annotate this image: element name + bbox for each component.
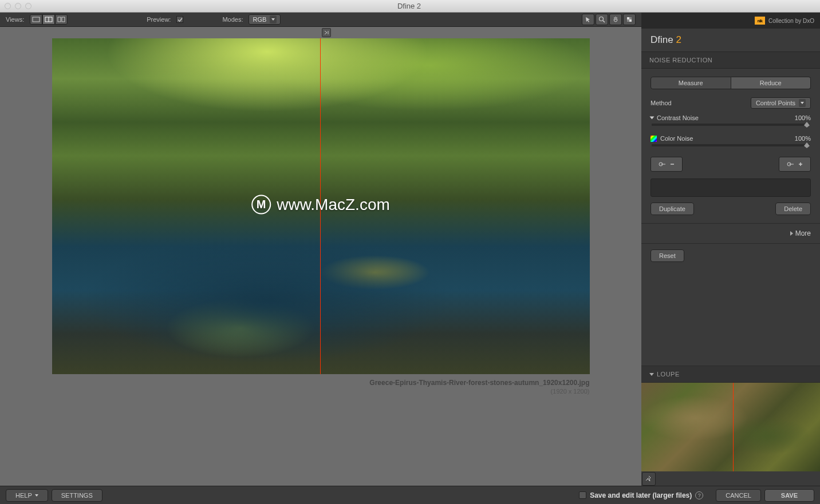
remove-control-point-button[interactable] bbox=[651, 157, 683, 172]
window-title: Dfine 2 bbox=[31, 2, 787, 10]
side-panel: nik Collection by DxO Dfine 2 NOISE REDU… bbox=[641, 13, 820, 486]
title-bar: Dfine 2 bbox=[0, 0, 820, 13]
duplicate-button[interactable]: Duplicate bbox=[651, 203, 694, 215]
traffic-lights bbox=[5, 3, 31, 9]
zoom-tool-button[interactable] bbox=[596, 14, 608, 25]
brand-text: Collection by DxO bbox=[768, 18, 814, 24]
dimensions-label: (1920 x 1200) bbox=[52, 388, 590, 395]
noise-reduction-header: NOISE REDUCTION bbox=[641, 51, 820, 69]
modes-dropdown[interactable]: RGB bbox=[249, 14, 281, 25]
watermark: M www.MacZ.com bbox=[251, 195, 390, 214]
chevron-down-icon bbox=[35, 494, 38, 497]
add-control-point-button[interactable] bbox=[779, 157, 811, 172]
svg-line-6 bbox=[603, 21, 605, 22]
save-button[interactable]: SAVE bbox=[764, 489, 814, 502]
svg-rect-8 bbox=[627, 17, 629, 19]
tab-measure[interactable]: Measure bbox=[651, 77, 731, 89]
watermark-logo-icon: M bbox=[251, 195, 271, 214]
contrast-noise-slider: Contrast Noise 100% bbox=[651, 114, 811, 126]
filename-label: Greece-Epirus-Thyamis-River-forest-stone… bbox=[52, 379, 590, 387]
save-later-checkbox[interactable] bbox=[579, 491, 586, 499]
chevron-right-icon bbox=[790, 231, 793, 236]
reset-button[interactable]: Reset bbox=[651, 249, 684, 262]
top-toolbar: Views: Preview: Modes: RGB bbox=[0, 13, 641, 27]
control-point-icon bbox=[659, 161, 668, 167]
minus-icon bbox=[669, 161, 675, 167]
control-points-list[interactable] bbox=[651, 178, 811, 197]
app-title: Dfine 2 bbox=[641, 29, 820, 51]
svg-rect-3 bbox=[58, 17, 61, 22]
color-noise-value: 100% bbox=[795, 135, 811, 142]
modes-label: Modes: bbox=[222, 16, 243, 23]
color-thumb[interactable] bbox=[804, 142, 810, 148]
loupe-lock-button[interactable] bbox=[642, 472, 656, 486]
dropdown-arrow-icon bbox=[270, 15, 277, 23]
preview-label: Preview: bbox=[147, 16, 171, 23]
chevron-down-icon bbox=[799, 99, 806, 107]
contrast-thumb[interactable] bbox=[804, 122, 810, 128]
preview-checkbox[interactable] bbox=[176, 16, 183, 23]
plus-icon bbox=[798, 161, 803, 167]
method-label: Method bbox=[651, 100, 672, 106]
bg-color-button[interactable] bbox=[623, 14, 636, 25]
loupe-preview[interactable] bbox=[641, 383, 820, 471]
expand-icon[interactable] bbox=[650, 117, 655, 120]
loupe-header[interactable]: LOUPE bbox=[641, 366, 820, 383]
views-segment bbox=[30, 14, 68, 25]
settings-button[interactable]: SETTINGS bbox=[52, 489, 102, 502]
brand-bar: nik Collection by DxO bbox=[641, 13, 820, 29]
chevron-down-icon bbox=[649, 373, 654, 376]
preview-image-wrap: M www.MacZ.com bbox=[52, 38, 590, 374]
loupe-divider[interactable] bbox=[733, 383, 734, 471]
modes-value: RGB bbox=[253, 16, 266, 23]
color-noise-label: Color Noise bbox=[660, 135, 693, 142]
method-value: Control Points bbox=[756, 100, 795, 106]
more-button[interactable]: More bbox=[641, 224, 820, 244]
select-tool-button[interactable] bbox=[582, 14, 594, 25]
color-noise-slider: Color Noise 100% bbox=[651, 135, 811, 146]
nik-logo-icon: nik bbox=[755, 17, 765, 25]
main-viewport: Views: Preview: Modes: RGB bbox=[0, 13, 641, 486]
watermark-text: www.MacZ.com bbox=[277, 195, 390, 213]
contrast-noise-value: 100% bbox=[795, 114, 811, 121]
footer-bar: HELP SETTINGS Save and edit later (large… bbox=[0, 486, 820, 504]
close-window-icon[interactable] bbox=[5, 3, 11, 9]
view-split-button[interactable] bbox=[42, 14, 55, 25]
contrast-noise-label: Contrast Noise bbox=[657, 114, 699, 121]
pin-icon bbox=[645, 475, 652, 482]
svg-rect-9 bbox=[629, 19, 632, 22]
nr-tabs: Measure Reduce bbox=[651, 77, 811, 89]
svg-point-5 bbox=[600, 17, 604, 21]
views-label: Views: bbox=[6, 16, 24, 23]
minimize-window-icon[interactable] bbox=[15, 3, 21, 9]
color-swatch-icon bbox=[651, 136, 657, 142]
cancel-button[interactable]: CANCEL bbox=[716, 489, 761, 502]
canvas: M www.MacZ.com Greece-Epirus-Thyamis-Riv… bbox=[0, 27, 641, 486]
divider-handle-icon[interactable] bbox=[322, 28, 331, 37]
color-track[interactable] bbox=[652, 144, 810, 146]
help-button[interactable]: HELP bbox=[6, 489, 48, 502]
tab-reduce[interactable]: Reduce bbox=[731, 77, 811, 89]
more-label: More bbox=[795, 229, 811, 237]
svg-rect-0 bbox=[33, 17, 40, 22]
method-dropdown[interactable]: Control Points bbox=[751, 97, 811, 109]
view-single-button[interactable] bbox=[30, 14, 42, 25]
view-side-by-side-button[interactable] bbox=[55, 14, 68, 25]
loupe-label: LOUPE bbox=[657, 371, 680, 378]
zoom-window-icon[interactable] bbox=[25, 3, 31, 9]
delete-button[interactable]: Delete bbox=[775, 203, 811, 215]
pan-tool-button[interactable] bbox=[609, 14, 622, 25]
contrast-track[interactable] bbox=[652, 124, 810, 126]
svg-rect-4 bbox=[62, 17, 65, 22]
save-later-label: Save and edit later (larger files) bbox=[590, 491, 692, 499]
control-point-icon bbox=[787, 161, 796, 167]
info-icon[interactable]: ? bbox=[695, 491, 703, 499]
